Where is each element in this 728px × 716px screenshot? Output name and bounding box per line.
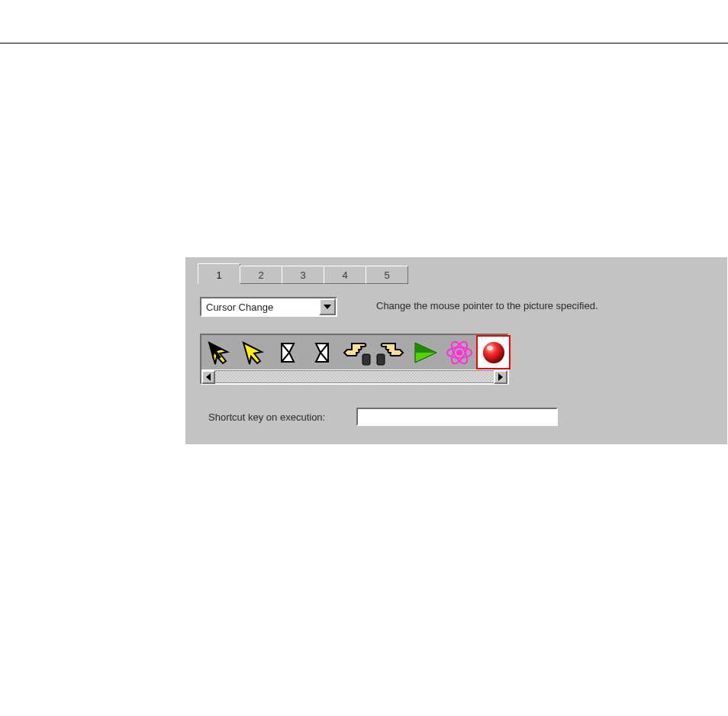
tab-label: 2 <box>258 269 263 281</box>
svg-point-5 <box>456 350 462 356</box>
chevron-right-icon <box>498 373 503 381</box>
svg-point-7 <box>487 346 493 350</box>
tab-3[interactable]: 3 <box>282 266 324 284</box>
cursor-palette <box>200 334 509 385</box>
shortcut-input[interactable] <box>356 408 558 426</box>
page-curl-right-icon <box>308 339 336 366</box>
tab-4[interactable]: 4 <box>324 266 366 284</box>
cursor-page-curl-right[interactable] <box>304 335 339 369</box>
page-curl-left-icon <box>274 339 301 366</box>
scroll-left-button[interactable] <box>201 370 215 384</box>
tab-label: 1 <box>216 269 221 281</box>
cursor-arrow-nw-black[interactable] <box>201 335 236 369</box>
palette-scrollbar[interactable] <box>201 369 507 383</box>
action-select-value: Cursor Change <box>206 302 273 313</box>
scroll-right-button[interactable] <box>494 370 507 384</box>
svg-rect-1 <box>377 354 385 365</box>
tab-label: 5 <box>384 269 389 281</box>
svg-point-6 <box>483 342 504 363</box>
tab-label: 4 <box>342 269 347 281</box>
scroll-track[interactable] <box>215 370 494 383</box>
atom-pink-icon <box>444 337 475 368</box>
properties-panel: 1 2 3 4 5 Cursor Change Change the mouse… <box>184 256 727 444</box>
arrow-nw-black-icon <box>205 338 234 367</box>
svg-rect-0 <box>362 354 370 365</box>
chevron-down-icon <box>324 305 331 309</box>
tab-strip: 1 2 3 4 5 <box>198 266 408 284</box>
hand-point-left-icon <box>341 337 372 368</box>
page-divider <box>0 43 728 44</box>
chevron-left-icon <box>206 373 211 381</box>
cursor-ball-red[interactable] <box>476 335 511 369</box>
cursor-atom-pink[interactable] <box>442 335 476 369</box>
cursor-arrow-nw-yellow[interactable] <box>236 335 270 369</box>
ball-red-icon <box>480 339 507 366</box>
action-description: Change the mouse pointer to the picture … <box>376 300 598 311</box>
arrow-nw-yellow-icon <box>239 338 268 367</box>
cursor-play-green[interactable] <box>407 335 442 369</box>
action-select-button[interactable] <box>319 298 336 315</box>
cursor-hand-point-left[interactable] <box>339 335 373 369</box>
tab-label: 3 <box>300 269 305 281</box>
shortcut-label: Shortcut key on execution: <box>208 411 325 423</box>
hand-point-right-icon <box>375 337 406 368</box>
cursor-page-curl-left[interactable] <box>270 335 304 369</box>
tab-5[interactable]: 5 <box>366 266 408 284</box>
action-select[interactable]: Cursor Change <box>200 297 337 317</box>
tab-2[interactable]: 2 <box>240 266 282 284</box>
cursor-hand-point-right[interactable] <box>373 335 407 369</box>
tab-1[interactable]: 1 <box>198 263 240 284</box>
play-green-icon <box>411 338 440 367</box>
cursor-items <box>201 335 511 369</box>
